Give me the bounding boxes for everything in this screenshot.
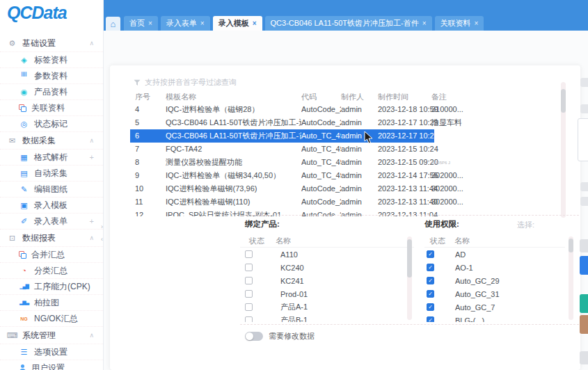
list-item[interactable]: Auto_GC_31 bbox=[424, 287, 565, 300]
sidebar-item[interactable]: ◔ 分类汇总 bbox=[0, 263, 103, 279]
sidebar-item[interactable]: 关联资料 bbox=[0, 100, 103, 116]
autocollect-icon: ▤ bbox=[19, 169, 29, 178]
tab[interactable]: 关联资料 bbox=[435, 16, 484, 31]
list-item[interactable]: Auto_GC_7 bbox=[424, 300, 565, 314]
collapse-caret-icon[interactable] bbox=[89, 40, 94, 47]
clipped-button[interactable] bbox=[580, 104, 588, 113]
product-name: A110 bbox=[280, 250, 298, 259]
sidebar-item[interactable]: ⚙ 基础设置 bbox=[0, 35, 103, 52]
clipped-button[interactable] bbox=[580, 78, 588, 87]
tab-close-icon[interactable] bbox=[200, 16, 205, 31]
table-row[interactable]: 7 FQC-TA42 Auto_TC_498 admin 2023-12-15 … bbox=[130, 143, 468, 156]
tag-icon: ◈ bbox=[19, 56, 29, 65]
collapse-caret-icon[interactable] bbox=[89, 332, 94, 339]
clipped-button-blue[interactable] bbox=[580, 256, 588, 275]
home-tab-button[interactable] bbox=[106, 17, 120, 31]
sidebar-item[interactable]: ▂▆▃ 柏拉图 bbox=[0, 295, 103, 311]
sidebar-item[interactable]: NG NG/OK汇总 bbox=[0, 311, 103, 327]
sidebar-item[interactable]: ☰ 选项设置 bbox=[0, 344, 103, 360]
product-checkbox[interactable] bbox=[245, 277, 253, 284]
sidebar-item[interactable]: 用户设置 bbox=[0, 360, 103, 370]
tab-close-icon[interactable] bbox=[475, 16, 479, 31]
tab[interactable]: QC3-CB046 LA11-50T铁齿片冲压加工-首件 bbox=[265, 16, 432, 31]
permissions-scrollbar-thumb[interactable] bbox=[569, 239, 573, 252]
tab[interactable]: 首页 bbox=[124, 16, 158, 31]
sidebar-item[interactable]: ⌨ 系统管理 bbox=[0, 327, 103, 344]
collapse-caret-icon[interactable] bbox=[89, 137, 94, 144]
sidebar-item[interactable]: ✐ 录入表单 bbox=[0, 214, 103, 230]
permissions-scrollbar[interactable] bbox=[569, 236, 573, 320]
table-row[interactable]: 11 IQC进料检验单磁钢(110) AutoCode_20... admin … bbox=[130, 195, 468, 209]
bind-products-list: 状态 名称 A110 KC240 KC241 Prod-01 bbox=[240, 234, 414, 322]
expand-plus-icon[interactable] bbox=[90, 153, 94, 161]
permission-checkbox[interactable] bbox=[427, 264, 434, 271]
list-item[interactable]: BLG-(...) bbox=[424, 314, 565, 322]
list-item[interactable]: A110 bbox=[240, 248, 414, 261]
table-row[interactable]: 9 IQC-进料检验单（磁钢34,40,50） Auto_TC_496 admi… bbox=[130, 169, 468, 182]
products-scrollbar[interactable] bbox=[407, 236, 412, 320]
modify-data-toggle[interactable] bbox=[245, 332, 263, 341]
permission-checkbox[interactable] bbox=[427, 250, 434, 258]
clipped-button[interactable] bbox=[580, 182, 588, 191]
sidebar-item[interactable]: ≣ 参数资料 bbox=[0, 68, 103, 84]
sidebar-item[interactable]: ▁▄▇ 工序能力(CPK) bbox=[0, 279, 103, 295]
list-item[interactable]: AD bbox=[424, 248, 565, 261]
product-checkbox[interactable] bbox=[245, 316, 253, 322]
clipped-button[interactable] bbox=[580, 351, 588, 364]
clipped-button[interactable] bbox=[580, 239, 588, 252]
list-item[interactable]: Auto_GC_29 bbox=[424, 274, 565, 287]
permissions-select-link[interactable]: 选择: bbox=[517, 220, 534, 230]
sidebar-item[interactable]: 合并汇总 bbox=[0, 247, 103, 263]
sidebar-item[interactable]: ✉ 数据采集 bbox=[0, 132, 103, 150]
sidebar-item[interactable]: ▣ 录入模板 bbox=[0, 198, 103, 214]
permission-checkbox[interactable] bbox=[427, 290, 434, 298]
list-item[interactable]: 产品B-1 bbox=[240, 314, 414, 322]
list-item[interactable]: AO-1 bbox=[424, 261, 565, 274]
product-checkbox[interactable] bbox=[245, 264, 253, 271]
table-row[interactable]: 8 测量仪器校验提醒功能 Auto_TC_497 admin 2023-12-1… bbox=[130, 156, 468, 169]
cell-author: admin bbox=[341, 116, 378, 129]
tab[interactable]: 录入表单 bbox=[161, 16, 210, 31]
sidebar-item[interactable]: ◉ 产品资料 bbox=[0, 84, 103, 100]
col-header-name: 名称 bbox=[276, 234, 291, 247]
table-scrollbar-thumb[interactable] bbox=[561, 89, 566, 113]
sidebar-item[interactable]: ✎ 编辑图纸 bbox=[0, 182, 103, 198]
ngok-icon: NG bbox=[19, 316, 29, 321]
list-item[interactable]: Prod-01 bbox=[240, 287, 414, 300]
tab-close-icon[interactable] bbox=[148, 16, 152, 31]
table-row[interactable]: 4 IQC-进料检验单（磁钢28） AutoCode_20... admin 2… bbox=[130, 103, 468, 116]
tab-close-icon[interactable] bbox=[422, 16, 427, 31]
permission-checkbox[interactable] bbox=[427, 316, 434, 322]
params-icon: ≣ bbox=[19, 71, 29, 81]
clipped-button[interactable] bbox=[580, 197, 588, 206]
sidebar-item[interactable]: ▦ 格式解析 bbox=[0, 150, 103, 166]
clipped-button-brown[interactable] bbox=[580, 315, 588, 334]
sidebar-item[interactable]: ◈ 标签资料 bbox=[0, 52, 103, 68]
pane-collapse-handle-icon[interactable]: ‹ bbox=[101, 236, 103, 243]
sidebar-item-label: 编辑图纸 bbox=[34, 184, 67, 195]
permission-checkbox[interactable] bbox=[427, 303, 434, 311]
product-checkbox[interactable] bbox=[245, 290, 253, 298]
pane-expand-handle-icon[interactable]: › bbox=[101, 224, 103, 230]
table-row[interactable]: 6 QC3-CB046 LA11-50T铁齿片冲压加工-首件 Auto_TC_4… bbox=[130, 129, 468, 143]
table-row[interactable]: 10 IQC进料检验单磁钢(73,96) AutoCode_20... admi… bbox=[130, 182, 468, 195]
permission-checkbox[interactable] bbox=[427, 277, 434, 284]
tab-close-icon[interactable] bbox=[253, 16, 257, 31]
tab[interactable]: 录入模板 bbox=[213, 16, 262, 31]
sidebar-item-label: 标签资料 bbox=[34, 54, 67, 66]
table-row[interactable]: 5 QC3-CB046 LA11-50T铁齿片冲压加工-巡检 AutoCode_… bbox=[130, 116, 468, 129]
product-checkbox[interactable] bbox=[245, 303, 253, 311]
list-item[interactable]: KC241 bbox=[240, 274, 414, 287]
list-item[interactable]: 产品A-1 bbox=[240, 300, 414, 314]
sidebar-item[interactable]: ◎ 状态标记 bbox=[0, 116, 103, 132]
product-checkbox[interactable] bbox=[245, 250, 253, 258]
expand-plus-icon[interactable] bbox=[90, 217, 94, 225]
products-scrollbar-thumb[interactable] bbox=[407, 239, 412, 278]
clipped-button-teal[interactable] bbox=[580, 294, 588, 313]
tab-list: 首页 录入表单 录入模板 QC3-CB046 LA11-50T铁齿片冲压加工-首… bbox=[124, 16, 486, 31]
sidebar-item[interactable]: ▤ 自动采集 bbox=[0, 166, 103, 182]
sidebar-item[interactable]: ⊡ 数据报表 bbox=[0, 230, 103, 247]
table-scrollbar[interactable] bbox=[561, 82, 566, 218]
list-item[interactable]: KC240 bbox=[240, 261, 414, 274]
collapse-caret-icon[interactable] bbox=[89, 234, 94, 241]
